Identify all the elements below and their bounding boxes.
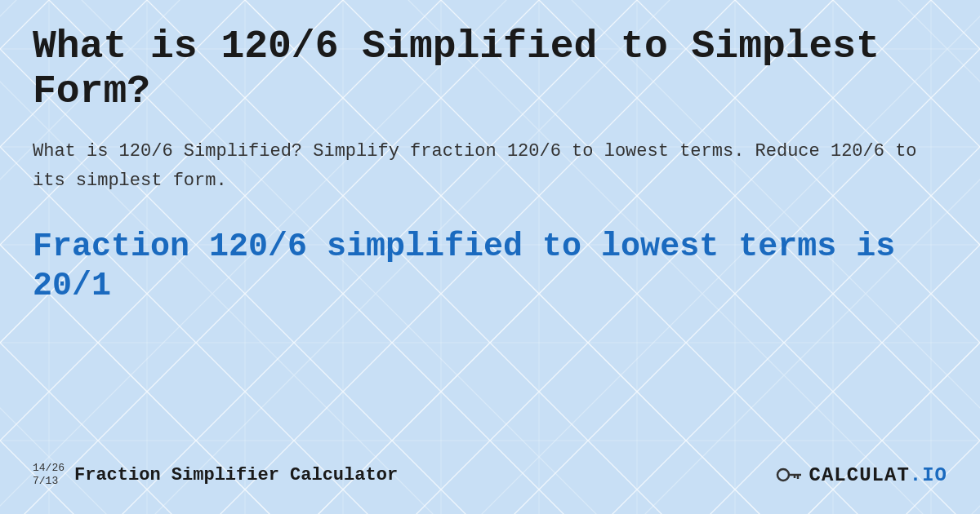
svg-point-15 [777, 469, 789, 481]
logo-icon [773, 460, 803, 490]
footer-site-title: Fraction Simplifier Calculator [74, 465, 398, 485]
result-heading: Fraction 120/6 simplified to lowest term… [33, 228, 947, 306]
footer-logo: CALCULAT.IO [773, 460, 947, 490]
description-text: What is 120/6 Simplified? Simplify fract… [33, 137, 947, 194]
footer-fraction-top: 14/26 [33, 462, 65, 475]
footer-fractions: 14/26 7/13 [33, 462, 65, 487]
footer-fraction-bottom: 7/13 [33, 475, 65, 488]
footer: 14/26 7/13 Fraction Simplifier Calculato… [33, 460, 947, 498]
logo-dot-io: .IO [910, 464, 947, 486]
page-title: What is 120/6 Simplified to Simplest For… [33, 24, 947, 114]
logo-text: CALCULAT.IO [809, 464, 947, 486]
